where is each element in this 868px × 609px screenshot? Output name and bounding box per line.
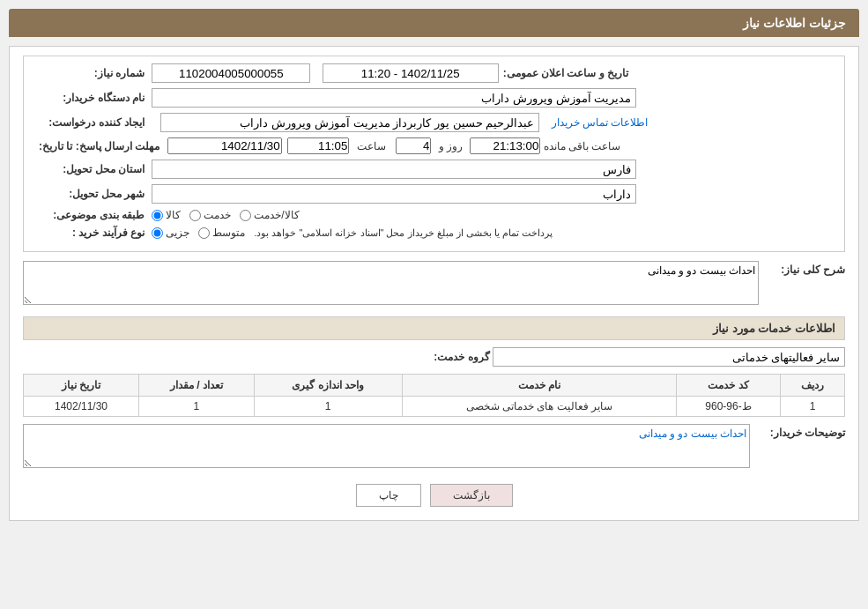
grouh-input[interactable] — [493, 347, 845, 367]
ijad-konande-link[interactable]: اطلاعات تماس خریدار — [552, 116, 649, 129]
nam-dastgah-label: نام دستگاه خریدار: — [39, 92, 145, 104]
tabaqe-row: کالا/خدمت خدمت کالا طبقه بندی موضوعی: — [34, 209, 834, 221]
cell-code: ط-96-960 — [677, 397, 781, 417]
tozihat-label: توضیحات خریدار: — [757, 424, 845, 439]
print-button[interactable]: چاپ — [356, 484, 421, 507]
sharh-textarea[interactable]: احداث بیست دو و میدانی — [23, 261, 759, 305]
noe-jezii-radio[interactable] — [152, 227, 163, 239]
sharh-content: احداث بیست دو و میدانی — [23, 261, 759, 308]
mohlat-roz-label: روز و — [439, 140, 463, 152]
tozihat-textarea[interactable]: احداث بیست دو و میدانی — [23, 424, 750, 468]
page-title: جزئیات اطلاعات نیاز — [743, 16, 846, 30]
col-tedad: تعداد / مقدار — [138, 375, 254, 397]
noe-motovaset-item: متوسط — [198, 227, 245, 239]
col-name: نام خدمت — [402, 375, 677, 397]
noe-motovaset-label: متوسط — [212, 227, 245, 239]
mohlat-remain-label: ساعت باقی مانده — [544, 140, 621, 152]
tabaqe-label: طبقه بندی موضوعی: — [39, 209, 145, 221]
mohlat-row: ساعت باقی مانده روز و ساعت مهلت ارسال پا… — [34, 137, 834, 154]
noe-jezii-item: جزیی — [152, 227, 189, 239]
col-code: کد خدمت — [677, 375, 781, 397]
cell-unit: 1 — [254, 397, 402, 417]
tabaqe-kala-khadamat-radio[interactable] — [240, 210, 251, 221]
tozihat-content: احداث بیست دو و میدانی — [23, 424, 750, 471]
grouh-label: گروه خدمت: — [434, 351, 489, 363]
noe-radio-group: متوسط جزیی — [152, 227, 245, 239]
shahr-input[interactable] — [152, 184, 636, 204]
tabaqe-kala-item: کالا — [152, 209, 181, 221]
shomara-tarikh-row: تاریخ و ساعت اعلان عمومی: شماره نیاز: — [34, 63, 834, 83]
ijad-konande-row: اطلاعات تماس خریدار ایجاد کننده درخواست: — [34, 113, 834, 132]
cell-tedad: 1 — [138, 397, 254, 417]
tabaqe-kala-khadamat-label: کالا/خدمت — [254, 209, 299, 221]
ijad-konande-label: ایجاد کننده درخواست: — [39, 116, 145, 129]
services-section-title: اطلاعات خدمات مورد نیاز — [23, 316, 845, 340]
cell-name: سایر فعالیت های خدماتی شخصی — [402, 397, 677, 417]
ostan-label: استان محل تحویل: — [39, 163, 145, 175]
tabaqe-radio-group: کالا/خدمت خدمت کالا — [152, 209, 299, 221]
mohlat-roz-input[interactable] — [396, 137, 431, 154]
ostan-row: استان محل تحویل: — [34, 160, 834, 179]
page-header: جزئیات اطلاعات نیاز — [9, 9, 859, 37]
tabaqe-kala-radio[interactable] — [152, 210, 163, 221]
sharh-row: شرح کلی نیاز: احداث بیست دو و میدانی — [23, 261, 845, 308]
tozihat-section: توضیحات خریدار: احداث بیست دو و میدانی — [23, 424, 845, 471]
shahr-label: شهر محل تحویل: — [39, 188, 145, 200]
details-section: تاریخ و ساعت اعلان عمومی: شماره نیاز: نا… — [23, 56, 845, 252]
noe-note: پرداخت تمام یا بخشی از مبلغ خریداز محل "… — [254, 227, 553, 239]
tabaqe-kala-khadamat-item: کالا/خدمت — [240, 209, 299, 221]
noe-motovaset-radio[interactable] — [198, 227, 210, 239]
grouh-row: گروه خدمت: — [23, 347, 845, 367]
tarikh-label: تاریخ و ساعت اعلان عمومی: — [503, 67, 628, 79]
noe-farayand-label: نوع فرآیند خرید : — [39, 227, 145, 239]
main-content: تاریخ و ساعت اعلان عمومی: شماره نیاز: نا… — [9, 46, 859, 521]
shomara-label: شماره نیاز: — [39, 67, 145, 79]
cell-tarikh: 1402/11/30 — [24, 397, 139, 417]
services-table: ردیف کد خدمت نام خدمت واحد اندازه گیری ت… — [23, 374, 845, 417]
mohlat-date-input[interactable] — [167, 137, 282, 154]
page-container: جزئیات اطلاعات نیاز تاریخ و ساعت اعلان ع… — [0, 0, 868, 530]
tabaqe-khadamat-label: خدمت — [204, 209, 231, 221]
shahr-row: شهر محل تحویل: — [34, 184, 834, 204]
buttons-row: بازگشت چاپ — [23, 484, 845, 507]
back-button[interactable]: بازگشت — [430, 484, 513, 507]
sharh-label: شرح کلی نیاز: — [766, 261, 845, 276]
mohlat-time-input[interactable] — [287, 137, 349, 154]
nam-dastgah-row: نام دستگاه خریدار: — [34, 88, 834, 108]
ijad-konande-input[interactable] — [160, 113, 539, 132]
col-tarikh: تاریخ نیاز — [24, 375, 139, 397]
col-unit: واحد اندازه گیری — [254, 375, 402, 397]
cell-radif: 1 — [780, 397, 844, 417]
mohlat-remain-input[interactable] — [470, 137, 540, 154]
noe-farayand-row: پرداخت تمام یا بخشی از مبلغ خریداز محل "… — [34, 227, 834, 239]
tabaqe-khadamat-item: خدمت — [189, 209, 231, 221]
ostan-input[interactable] — [152, 160, 636, 179]
tabaqe-khadamat-radio[interactable] — [189, 210, 201, 221]
mohlat-time-label: ساعت — [357, 140, 386, 152]
table-row: 1 ط-96-960 سایر فعالیت های خدماتی شخصی 1… — [24, 397, 845, 417]
noe-jezii-label: جزیی — [166, 227, 189, 239]
nam-dastgah-input[interactable] — [152, 88, 636, 108]
tarikh-input[interactable] — [323, 63, 499, 83]
shomara-input[interactable] — [152, 63, 310, 83]
col-radif: ردیف — [780, 375, 844, 397]
tabaqe-kala-label: کالا — [166, 209, 181, 221]
mohlat-label: مهلت ارسال پاسخ: تا تاریخ: — [39, 140, 160, 152]
sharh-section: شرح کلی نیاز: احداث بیست دو و میدانی — [23, 261, 845, 308]
